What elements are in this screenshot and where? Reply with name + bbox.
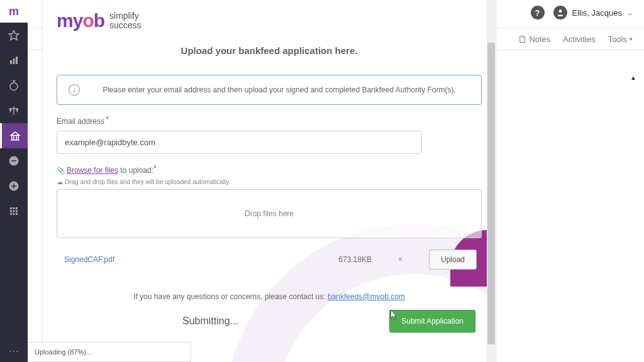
svg-rect-22 bbox=[16, 213, 18, 215]
required-indicator: * bbox=[106, 114, 109, 124]
submit-application-button[interactable]: Submit Application bbox=[389, 310, 475, 332]
main-panel: myob simplify success Upload your bankfe… bbox=[43, 0, 496, 362]
sidebar-more-icon[interactable]: ⋯ bbox=[0, 339, 28, 362]
file-drop-zone[interactable]: Drop files here bbox=[57, 189, 482, 238]
collapse-panel-icon[interactable]: ▲ bbox=[630, 74, 636, 81]
note-icon bbox=[518, 35, 526, 43]
upload-button[interactable]: Upload bbox=[429, 250, 477, 270]
uploaded-file-row: SignedCAF.pdf 673.18KB × Upload bbox=[57, 244, 482, 275]
svg-rect-15 bbox=[13, 207, 15, 209]
grid-icon bbox=[8, 206, 19, 217]
plus-circle-icon bbox=[8, 180, 19, 192]
email-label: Email address* bbox=[57, 116, 482, 126]
brand-tagline: simplify success bbox=[109, 11, 142, 31]
avatar-icon bbox=[553, 6, 567, 19]
status-bar: Uploading (87%)... bbox=[28, 342, 191, 362]
svg-marker-0 bbox=[9, 31, 19, 40]
contact-line: If you have any questions or concerns, p… bbox=[57, 292, 482, 301]
svg-rect-21 bbox=[13, 213, 15, 215]
svg-rect-13 bbox=[13, 184, 14, 189]
required-indicator: * bbox=[153, 163, 157, 173]
chevron-down-icon: ▾ bbox=[630, 36, 633, 42]
minus-circle-icon bbox=[8, 155, 19, 167]
file-remove-button[interactable]: × bbox=[398, 255, 402, 264]
sidebar-item-favorites[interactable] bbox=[0, 23, 28, 48]
sidebar-item-balance[interactable] bbox=[0, 98, 28, 123]
submitting-status: Submitting... bbox=[182, 315, 238, 327]
user-menu[interactable]: Ellis, Jacques ⌄ bbox=[553, 6, 633, 19]
scale-icon bbox=[8, 105, 19, 116]
info-notice: i Please enter your email address and th… bbox=[57, 75, 482, 105]
svg-rect-14 bbox=[10, 207, 12, 209]
help-icon[interactable]: ? bbox=[531, 6, 545, 19]
info-text: Please enter your email address and then… bbox=[89, 85, 470, 94]
sidebar-item-reports[interactable] bbox=[0, 48, 28, 73]
svg-point-23 bbox=[558, 9, 562, 13]
svg-rect-18 bbox=[13, 211, 15, 212]
svg-rect-17 bbox=[10, 211, 12, 212]
drag-drop-hint: ☁Drag and drop files and they will be up… bbox=[57, 178, 482, 185]
sidebar-item-timer[interactable] bbox=[0, 73, 28, 98]
brand-logo: myob simplify success bbox=[57, 10, 482, 31]
app-logo-icon[interactable]: m bbox=[0, 0, 28, 23]
svg-point-4 bbox=[10, 83, 18, 90]
submit-row: Submitting... Submit Application bbox=[57, 310, 482, 332]
svg-rect-2 bbox=[13, 58, 15, 64]
svg-rect-16 bbox=[16, 207, 18, 209]
sidebar-item-apps[interactable] bbox=[0, 199, 28, 224]
star-icon bbox=[8, 30, 19, 41]
sidebar-item-add[interactable] bbox=[0, 173, 28, 199]
svg-rect-1 bbox=[10, 60, 12, 64]
tab-activities[interactable]: Activities bbox=[563, 35, 595, 44]
email-input[interactable] bbox=[57, 131, 422, 154]
cloud-icon: ☁ bbox=[57, 178, 63, 185]
stopwatch-icon bbox=[8, 80, 19, 91]
bar-chart-icon bbox=[8, 55, 19, 66]
browse-files-link[interactable]: Browse for files bbox=[67, 166, 118, 175]
svg-rect-20 bbox=[10, 213, 12, 215]
svg-rect-3 bbox=[16, 57, 18, 64]
brand-mark: myob bbox=[57, 10, 104, 31]
info-icon: i bbox=[69, 84, 80, 96]
svg-rect-10 bbox=[11, 160, 16, 162]
file-size-label: 673.18KB bbox=[338, 255, 372, 264]
left-sidebar: m ⋯ bbox=[0, 0, 28, 362]
svg-rect-19 bbox=[16, 211, 18, 212]
upload-progress-text: Uploading (87%)... bbox=[35, 348, 92, 356]
tab-tools[interactable]: Tools ▾ bbox=[608, 35, 633, 44]
sidebar-item-remove[interactable] bbox=[0, 148, 28, 173]
paperclip-icon: 📎 bbox=[57, 167, 65, 174]
bank-icon bbox=[9, 130, 21, 141]
page-heading: Upload your bankfeed application here. bbox=[57, 45, 482, 56]
top-bar: ? Ellis, Jacques ⌄ bbox=[531, 0, 644, 25]
file-name-link[interactable]: SignedCAF.pdf bbox=[62, 255, 114, 264]
browse-files-line: 📎Browse for files to upload:* bbox=[57, 165, 482, 175]
tab-notes[interactable]: Notes bbox=[518, 35, 550, 44]
contact-email-link[interactable]: bankfeeds@myob.com bbox=[328, 292, 405, 301]
user-name-label: Ellis, Jacques bbox=[572, 8, 622, 18]
sidebar-item-banking[interactable] bbox=[0, 123, 28, 148]
chevron-down-icon: ⌄ bbox=[627, 9, 633, 17]
